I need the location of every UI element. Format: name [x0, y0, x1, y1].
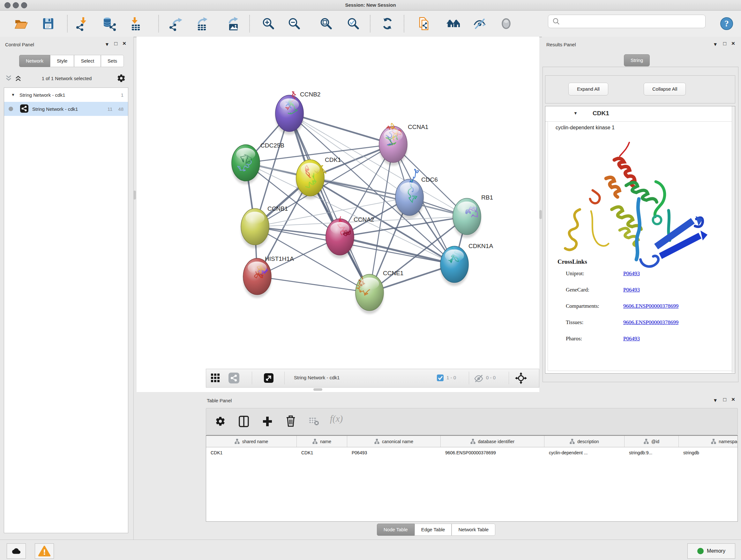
zoom-in-button[interactable]: [260, 16, 276, 32]
warning-status-button[interactable]: [35, 543, 54, 559]
network-view-mode-button[interactable]: [228, 373, 239, 385]
table-cell[interactable]: stringdb:9...: [624, 447, 679, 458]
expand-all-button[interactable]: Expand All: [568, 83, 608, 96]
right-splitter-handle[interactable]: [539, 210, 542, 219]
edge-CCNA2-CDKN1A[interactable]: [340, 237, 455, 264]
new-network-from-selection-button[interactable]: [416, 16, 432, 32]
control-panel-close-button[interactable]: ×: [123, 41, 126, 46]
control-panel-float-button[interactable]: □: [114, 41, 118, 47]
crosslink-link[interactable]: P06493: [623, 270, 640, 277]
table-cell[interactable]: stringdb: [679, 447, 738, 458]
first-neighbors-button[interactable]: [445, 16, 461, 32]
control-panel-title: Control Panel: [5, 42, 34, 47]
show-all-button[interactable]: [498, 16, 514, 32]
zoom-fit-button[interactable]: [318, 16, 334, 32]
table-cell[interactable]: cyclin-dependent ...: [544, 447, 624, 458]
network-row-selected[interactable]: String Network - cdk1 11 48: [4, 102, 128, 116]
hidden-eye-icon: [473, 374, 484, 384]
edge-CCNB2-CCNE1[interactable]: [289, 113, 369, 293]
crosslink-link[interactable]: P06493: [623, 335, 640, 342]
footer-divider: [252, 372, 252, 384]
network-options-gear-button[interactable]: [117, 74, 126, 84]
table-cell[interactable]: CDK1: [297, 447, 347, 458]
crosslink-link[interactable]: 9606.ENSP00000378699: [623, 303, 678, 309]
node-CCNB1[interactable]: [241, 208, 269, 248]
column-header-description[interactable]: description: [544, 436, 624, 447]
node-HIST1H1A[interactable]: [243, 258, 271, 298]
table-cell[interactable]: CDK1: [206, 447, 297, 458]
tab-string[interactable]: String: [624, 54, 650, 66]
tab-node-table[interactable]: Node Table: [377, 523, 414, 536]
table-panel-menu-button[interactable]: ▼: [713, 397, 718, 403]
search-input[interactable]: [561, 16, 703, 26]
results-panel-menu-button[interactable]: ▼: [713, 42, 718, 47]
show-columns-button[interactable]: [238, 415, 250, 429]
detach-view-button[interactable]: [264, 373, 273, 384]
copy-network-icon: [417, 16, 432, 31]
bottom-splitter-handle[interactable]: [313, 388, 322, 391]
export-table-button[interactable]: [194, 16, 210, 32]
grid-view-button[interactable]: [211, 373, 220, 384]
tab-network[interactable]: Network: [19, 55, 50, 67]
apply-layout-button[interactable]: [380, 16, 395, 32]
collapse-all-button[interactable]: Collapse All: [644, 83, 686, 96]
import-network-button[interactable]: [75, 16, 91, 32]
results-panel-close-button[interactable]: ×: [731, 41, 735, 46]
node-CCNB2[interactable]: [275, 91, 304, 135]
tab-style[interactable]: Style: [50, 55, 74, 67]
table-cell[interactable]: P06493: [347, 447, 441, 458]
help-button[interactable]: ?: [719, 16, 735, 32]
node-CCNA1[interactable]: [379, 123, 407, 166]
memory-button[interactable]: Memory: [687, 543, 735, 559]
search-field[interactable]: [548, 15, 705, 28]
import-database-icon: [102, 16, 117, 31]
center-view-button[interactable]: [515, 372, 527, 385]
results-panel-float-button[interactable]: □: [723, 41, 726, 47]
save-session-button[interactable]: [40, 16, 56, 32]
table-panel-float-button[interactable]: □: [723, 397, 726, 402]
node-CCNA2[interactable]: [326, 216, 354, 258]
column-header-databaseidentifier[interactable]: database identifier: [441, 436, 544, 447]
tree-disclosure-icon[interactable]: ▼: [11, 92, 15, 97]
protein-header-row[interactable]: ▼ CDK1: [545, 106, 735, 122]
table-cell[interactable]: 9606.ENSP00000378699: [441, 447, 544, 458]
column-header-id[interactable]: @id: [624, 436, 679, 447]
create-column-button[interactable]: [262, 416, 273, 428]
column-header-name[interactable]: name: [297, 436, 347, 447]
import-database-button[interactable]: [101, 16, 117, 32]
column-header-canonicalname[interactable]: canonical name: [347, 436, 441, 447]
hide-selected-button[interactable]: [472, 16, 488, 32]
export-network-button[interactable]: [168, 16, 184, 32]
open-session-button[interactable]: [13, 16, 29, 32]
table-row[interactable]: CDK1CDK1P064939606.ENSP00000378699cyclin…: [206, 447, 738, 458]
column-header-namespace[interactable]: namespace: [679, 436, 738, 447]
network-graph[interactable]: CCNB2CCNA1CDC25BCDK1CDC6RB1CCNB1CCNA2CDK…: [137, 37, 539, 369]
import-table-button[interactable]: [128, 16, 144, 32]
zoom-selected-button[interactable]: [345, 16, 361, 32]
network-collection-row[interactable]: ▼ String Network - cdk1 1: [4, 88, 128, 102]
results-scrollbar[interactable]: [732, 106, 735, 373]
protein-disclosure-icon[interactable]: ▼: [574, 111, 578, 116]
control-panel-menu-button[interactable]: ▼: [105, 42, 110, 47]
delete-column-button[interactable]: [285, 415, 296, 428]
node-RB1[interactable]: [453, 198, 481, 238]
zoom-out-button[interactable]: [286, 16, 302, 32]
left-splitter-handle[interactable]: [133, 191, 136, 199]
table-options-button[interactable]: [215, 416, 226, 428]
node-CCNE1[interactable]: [355, 274, 384, 314]
tab-network-table[interactable]: Network Table: [452, 523, 495, 536]
export-image-button[interactable]: [225, 16, 241, 32]
tab-edge-table[interactable]: Edge Table: [414, 523, 452, 536]
tab-select[interactable]: Select: [74, 55, 101, 67]
edge-CCNE1-HIST1H1A[interactable]: [257, 276, 369, 293]
node-CDKN1A[interactable]: [441, 246, 468, 286]
cloud-status-button[interactable]: [7, 543, 26, 559]
crosslink-link[interactable]: P06493: [623, 287, 640, 293]
node-label-CCNB1: CCNB1: [267, 205, 288, 212]
table-panel-close-button[interactable]: ×: [731, 396, 735, 402]
column-header-sharedname[interactable]: shared name: [206, 436, 297, 447]
node-CDC25B[interactable]: [232, 145, 260, 184]
edge-CCNB2-CCNA1[interactable]: [289, 113, 393, 144]
crosslink-link[interactable]: 9606.ENSP00000378699: [623, 319, 678, 326]
tab-sets[interactable]: Sets: [101, 55, 124, 67]
